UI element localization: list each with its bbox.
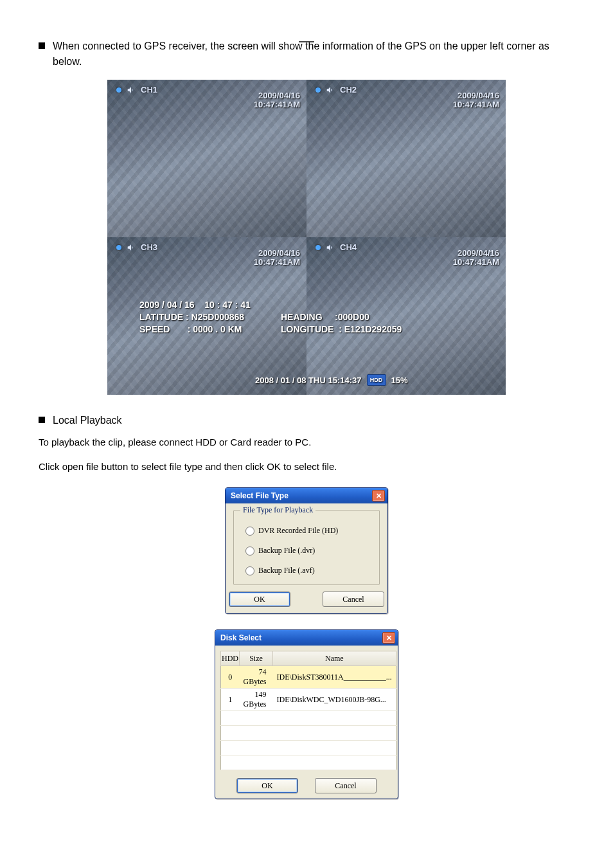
bullet-2-title: Local Playback bbox=[53, 413, 122, 428]
record-dot-icon bbox=[315, 87, 321, 93]
radio-icon bbox=[245, 547, 254, 556]
page-divider bbox=[299, 41, 314, 42]
ch1-label: CH1 bbox=[116, 85, 157, 95]
cancel-button[interactable]: Cancel bbox=[323, 592, 384, 607]
speaker-icon bbox=[127, 86, 136, 95]
cell-size: 74 GBytes bbox=[240, 666, 273, 689]
file-type-fieldset: File Type for Playback DVR Recorded File… bbox=[233, 510, 380, 585]
gps-overlay-left: 2009 / 04 / 16 10 : 47 : 41 LATITUDE : N… bbox=[139, 299, 251, 336]
speaker-icon bbox=[127, 243, 136, 252]
paragraph-1: To playback the clip, please connect HDD… bbox=[39, 435, 574, 450]
camera-ch2: CH2 2009/04/16 10:47:41AM bbox=[306, 80, 506, 237]
bullet-square bbox=[39, 42, 45, 49]
disk-select-dialog: Disk Select ✕ HDD Size Name 0 74 GBytes … bbox=[215, 629, 398, 799]
ch2-timestamp: 2009/04/16 10:47:41AM bbox=[453, 91, 499, 110]
hdd-badge-icon: HDD bbox=[367, 374, 386, 386]
select-file-type-dialog: Select File Type ✕ File Type for Playbac… bbox=[225, 487, 388, 614]
ch2-label: CH2 bbox=[315, 85, 357, 95]
ok-button[interactable]: OK bbox=[229, 592, 290, 607]
speaker-icon bbox=[326, 243, 335, 252]
radio-backup-dvr[interactable]: Backup File (.dvr) bbox=[245, 546, 373, 556]
cancel-label: Cancel bbox=[342, 595, 364, 604]
col-name[interactable]: Name bbox=[273, 651, 396, 666]
ok-label: OK bbox=[262, 781, 272, 791]
ch3-timestamp: 2009/04/16 10:47:41AM bbox=[254, 249, 300, 267]
close-icon[interactable]: ✕ bbox=[372, 490, 385, 502]
bullet-square bbox=[39, 417, 45, 423]
radio-backup-avf[interactable]: Backup File (.avf) bbox=[245, 566, 373, 575]
cell-name: IDE\DiskWDC_WD1600JB-98G... bbox=[273, 689, 396, 711]
table-row[interactable]: 0 74 GBytes IDE\DiskST380011A___________… bbox=[221, 666, 396, 689]
status-percent: 15% bbox=[391, 375, 408, 385]
table-row[interactable]: 1 149 GBytes IDE\DiskWDC_WD1600JB-98G... bbox=[221, 689, 396, 711]
close-icon[interactable]: ✕ bbox=[382, 632, 395, 644]
col-hdd[interactable]: HDD bbox=[221, 651, 240, 666]
camera-ch1: CH1 2009/04/16 10:47:41AM bbox=[107, 80, 306, 237]
gps-overlay-right: HEADING :000D00 LONGITUDE : E121D292059 bbox=[281, 311, 402, 336]
record-dot-icon bbox=[315, 245, 321, 250]
radio-icon bbox=[245, 566, 254, 575]
ok-label: OK bbox=[254, 595, 265, 604]
ch2-name: CH2 bbox=[340, 85, 357, 95]
ch4-timestamp: 2009/04/16 10:47:41AM bbox=[453, 249, 499, 267]
quad-view-screenshot: CH1 2009/04/16 10:47:41AM CH2 2009/04/16… bbox=[107, 80, 506, 395]
table-row[interactable] bbox=[221, 741, 396, 755]
status-datetime: 2008 / 01 / 08 THU 15:14:37 bbox=[255, 375, 362, 385]
ch3-label: CH3 bbox=[116, 242, 157, 252]
radio1-label: DVR Recorded File (HD) bbox=[258, 526, 338, 536]
ch1-timestamp: 2009/04/16 10:47:41AM bbox=[254, 91, 300, 110]
ch3-name: CH3 bbox=[141, 242, 157, 252]
ch1-name: CH1 bbox=[141, 85, 157, 95]
speaker-icon bbox=[326, 86, 335, 95]
cell-hdd: 1 bbox=[221, 689, 240, 711]
cell-name: IDE\DiskST380011A___________... bbox=[273, 666, 396, 689]
record-dot-icon bbox=[116, 245, 121, 250]
radio-icon bbox=[245, 527, 254, 536]
disk-table[interactable]: HDD Size Name 0 74 GBytes IDE\DiskST3800… bbox=[220, 651, 396, 770]
dialog1-title: Select File Type bbox=[231, 491, 289, 500]
ch4-label: CH4 bbox=[315, 242, 357, 252]
cancel-label: Cancel bbox=[335, 781, 356, 791]
table-row[interactable] bbox=[221, 755, 396, 770]
fieldset-legend: File Type for Playback bbox=[240, 505, 315, 515]
cancel-button[interactable]: Cancel bbox=[315, 778, 377, 793]
ch4-name: CH4 bbox=[340, 242, 357, 252]
radio2-label: Backup File (.dvr) bbox=[258, 546, 315, 556]
table-row[interactable] bbox=[221, 726, 396, 741]
paragraph-2: Click open file button to select file ty… bbox=[39, 459, 574, 475]
cell-hdd: 0 bbox=[221, 666, 240, 689]
table-row[interactable] bbox=[221, 711, 396, 726]
bullet-1-text: When connected to GPS receiver, the scre… bbox=[53, 39, 574, 69]
record-dot-icon bbox=[116, 87, 121, 93]
radio-dvr-recorded[interactable]: DVR Recorded File (HD) bbox=[245, 526, 373, 536]
dialog2-title: Disk Select bbox=[220, 633, 262, 642]
cell-size: 149 GBytes bbox=[240, 689, 273, 711]
col-size[interactable]: Size bbox=[240, 651, 273, 666]
radio3-label: Backup File (.avf) bbox=[258, 566, 315, 575]
ok-button[interactable]: OK bbox=[236, 778, 298, 793]
status-bar-overlay: 2008 / 01 / 08 THU 15:14:37 HDD 15% bbox=[255, 374, 408, 386]
